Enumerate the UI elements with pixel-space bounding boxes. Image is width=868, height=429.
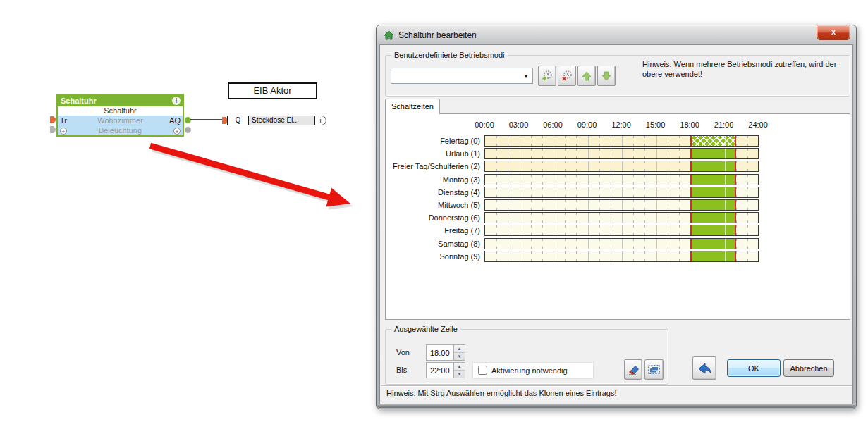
hour-tick [736,247,737,249]
gridline [656,161,657,171]
hour-tick [644,213,645,215]
schedule-entry[interactable] [690,213,736,223]
von-input[interactable] [426,344,453,361]
schaltuhr-function-block[interactable]: Schaltuhr i Schaltuhr Tr Wohnzimmer AQ +… [56,94,184,137]
close-button[interactable]: x [817,25,850,40]
bis-spinner[interactable]: ▲ ▼ [453,362,465,378]
hour-tick [496,144,497,146]
schedule-row-track[interactable] [484,212,759,223]
hour-tick [611,149,611,151]
hour-tick [644,225,645,228]
gridline [554,175,554,185]
schedule-row-track[interactable] [484,187,759,198]
remove-betriebsmodus-button[interactable] [558,66,576,86]
add-betriebsmodus-button[interactable] [538,66,556,86]
hour-tick [542,220,543,223]
schedule-entry[interactable] [690,149,736,158]
hour-tick [565,149,566,151]
add-output-icon[interactable]: + [173,128,181,135]
von-spin-up-icon[interactable]: ▲ [454,345,465,353]
schedule-entry[interactable] [690,225,736,235]
schedule-row-track[interactable] [484,161,759,172]
schedule-entry[interactable] [690,136,736,146]
q-port-label[interactable]: Q [227,116,249,125]
schedule-row-track[interactable] [484,199,759,211]
tab-schaltzeiten[interactable]: Schaltzeiten [385,99,440,114]
hour-tick [531,161,532,163]
von-spin-down-icon[interactable]: ▼ [454,353,465,361]
move-down-button[interactable] [597,66,616,86]
bis-spin-up-icon[interactable]: ▲ [454,363,465,371]
hour-tick [576,200,577,202]
hour-tick [611,251,611,254]
gridline [622,187,623,197]
block-info-icon[interactable]: i [172,97,181,105]
hour-tick [633,182,634,185]
gridline [725,239,726,249]
actor-info-icon[interactable]: i [314,116,326,125]
activation-checkbox-label[interactable]: Aktivierung notwendig [491,366,568,375]
eib-aktor-label-box[interactable]: EIB Aktor [228,82,317,99]
clone-selection-button[interactable] [644,359,664,380]
schedule-row-track[interactable] [484,225,759,236]
hour-tick [531,213,532,215]
gridline [622,161,623,171]
hour-tick [736,259,737,261]
betriebsmodi-combobox[interactable]: ▼ [391,68,533,84]
trigger-input-connector-icon[interactable] [50,116,56,123]
move-up-button[interactable] [577,66,596,86]
hour-tick [576,182,577,185]
clock-plus-icon [541,70,554,82]
schedule-entry[interactable] [690,239,736,249]
hour-tick [679,247,680,249]
hour-tick [747,182,748,185]
schedule-entry[interactable] [690,175,736,185]
activation-checkbox[interactable] [478,366,487,375]
add-input-icon[interactable]: + [60,128,67,135]
cancel-button[interactable]: Abbrechen [783,359,834,377]
hour-tick [611,247,611,249]
hour-tick [736,233,737,235]
hour-tick [508,233,508,235]
betriebsmodi-hint-text: Hinweis: Wenn mehrere Betriebsmodi zutre… [642,59,850,79]
schedule-row-track[interactable] [484,135,759,147]
schedule-row-track[interactable] [484,238,759,249]
chevron-down-icon: ▼ [523,73,529,80]
extra-input-connector-icon[interactable] [50,126,56,133]
schedule-row-track[interactable] [484,148,759,159]
hour-tick [508,220,508,223]
connection-wire[interactable] [190,119,223,120]
hour-tick [668,251,668,254]
schedule-entry[interactable] [690,251,736,261]
ok-button[interactable]: OK [727,359,781,377]
block-io-row: Tr Wohnzimmer AQ [58,116,183,125]
bis-input[interactable] [426,362,453,378]
gridline [656,239,657,249]
undo-button[interactable] [692,356,716,380]
block-title: Schaltuhr [61,97,97,105]
actor-target-label[interactable]: Steckdose Ei... [248,116,315,125]
hour-tick [531,187,532,189]
block-header[interactable]: Schaltuhr i [58,95,183,106]
status-hint-text: Hinweis: Mit Strg Auswählen ermöglicht d… [386,389,617,397]
schedule-entry[interactable] [690,187,736,197]
schedule-row-track[interactable] [484,174,759,185]
hour-tick [633,233,634,235]
erase-entry-button[interactable] [624,359,642,380]
gridline [725,213,726,223]
hour-tick [668,239,668,241]
hour-tick [611,195,611,197]
schedule-row-track[interactable] [484,251,759,262]
bis-spin-down-icon[interactable]: ▼ [454,371,465,378]
schedule-entry[interactable] [690,161,736,171]
schedule-row-label: Samstag (8) [386,239,480,249]
schedule-entry[interactable] [690,200,736,210]
dialog-titlebar[interactable]: Schaltuhr bearbeiten [377,25,856,44]
hour-tick [644,233,645,235]
gridline [588,213,589,223]
hour-tick [644,169,645,171]
gridline [554,225,554,235]
von-spinner[interactable]: ▲ ▼ [453,344,465,361]
extra-output-connector-icon[interactable] [185,127,191,133]
hour-tick [747,213,748,215]
